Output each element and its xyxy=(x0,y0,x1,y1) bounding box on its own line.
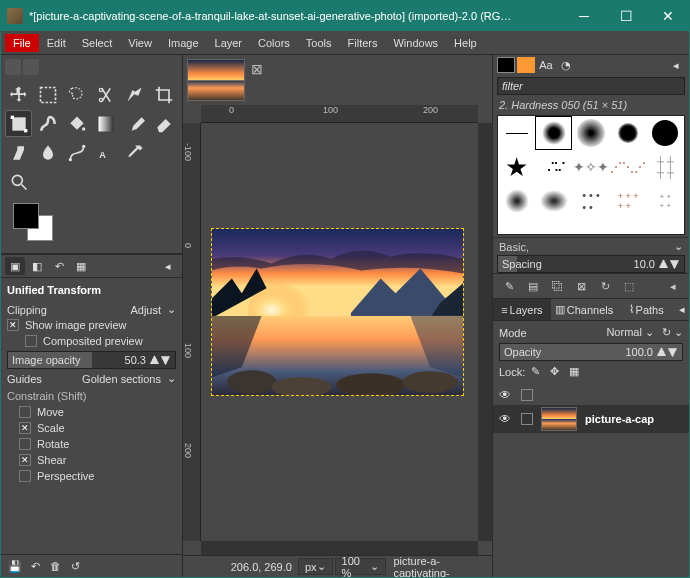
patterns-tab[interactable] xyxy=(517,57,535,73)
brushes-menu-arrow-2[interactable]: ◂ xyxy=(663,277,683,295)
fonts-tab[interactable]: Aa xyxy=(537,57,555,73)
delete-tool-preset-button[interactable]: 🗑 xyxy=(45,557,65,575)
menu-edit[interactable]: Edit xyxy=(39,34,74,52)
composited-preview-checkbox[interactable]: Composited preview xyxy=(7,333,176,349)
brush-scatter-5[interactable]: • • •• • xyxy=(572,184,609,218)
color-picker-tool[interactable] xyxy=(122,139,149,166)
status-unit-select[interactable]: px ⌄ xyxy=(298,558,333,575)
move-tool[interactable] xyxy=(5,81,32,108)
layer-row[interactable]: 👁 picture-a-cap xyxy=(493,405,689,433)
guides-select[interactable]: Golden sections⌄ xyxy=(82,372,176,385)
layer-mode-switch-button[interactable]: ↻ ⌄ xyxy=(662,326,683,339)
device-status-tab[interactable]: ◧ xyxy=(27,257,47,275)
floating-layer-visibility[interactable]: 👁 xyxy=(497,387,513,403)
brush-pixel[interactable] xyxy=(498,116,535,150)
layer-visibility-toggle[interactable]: 👁 xyxy=(497,411,513,427)
brush-scatter-7[interactable]: + ++ + xyxy=(647,184,684,218)
open-as-image-button[interactable]: ⬚ xyxy=(619,277,639,295)
refresh-brushes-button[interactable]: ↻ xyxy=(595,277,615,295)
floating-layer-link[interactable] xyxy=(521,389,533,401)
channels-tab[interactable]: ▥Channels xyxy=(551,299,617,320)
path-tool[interactable] xyxy=(63,139,90,166)
paintbrush-tool[interactable] xyxy=(122,110,149,137)
brush-smoke-2[interactable] xyxy=(535,184,572,218)
status-zoom-select[interactable]: 100 % ⌄ xyxy=(335,558,386,575)
rect-select-tool[interactable] xyxy=(34,81,61,108)
close-button[interactable]: ✕ xyxy=(647,1,689,31)
menu-select[interactable]: Select xyxy=(74,34,121,52)
layer-thumbnail[interactable] xyxy=(541,407,577,431)
menu-file[interactable]: File xyxy=(5,34,39,52)
save-tool-preset-button[interactable]: 💾 xyxy=(5,557,25,575)
duplicate-brush-button[interactable]: ⿻ xyxy=(547,277,567,295)
bucket-fill-tool[interactable] xyxy=(63,110,90,137)
menu-windows[interactable]: Windows xyxy=(385,34,446,52)
brush-spacing-slider[interactable]: Spacing 10.0 ⯅⯆ xyxy=(497,255,685,273)
layer-mode-select[interactable]: Normal ⌄ xyxy=(606,326,654,339)
constrain-move-checkbox[interactable]: Move xyxy=(7,404,176,420)
menu-view[interactable]: View xyxy=(120,34,160,52)
brush-smoke-1[interactable] xyxy=(498,184,535,218)
image-opacity-slider[interactable]: Image opacity 50.3 ⯅⯆ xyxy=(7,351,176,369)
image-tab-close[interactable]: ⊠ xyxy=(251,61,265,75)
crop-tool[interactable] xyxy=(151,81,178,108)
canvas-scrollbar-horizontal[interactable] xyxy=(201,541,478,555)
tool-options-tab[interactable]: ▣ xyxy=(5,257,25,275)
toolbox-tab-2[interactable] xyxy=(23,59,39,75)
toolbox-tab-1[interactable] xyxy=(5,59,21,75)
menu-colors[interactable]: Colors xyxy=(250,34,298,52)
undo-history-tab[interactable]: ↶ xyxy=(49,257,69,275)
paths-tab[interactable]: ⌇Paths xyxy=(617,299,675,320)
brush-scatter-2[interactable]: ✦✧✦ xyxy=(572,150,609,184)
foreground-color[interactable] xyxy=(13,203,39,229)
clipping-select[interactable]: Adjust⌄ xyxy=(130,303,176,316)
dock-menu-arrow[interactable]: ◂ xyxy=(158,257,178,275)
unified-transform-tool[interactable] xyxy=(5,110,32,137)
minimize-button[interactable]: ─ xyxy=(563,1,605,31)
brush-hardness-050[interactable] xyxy=(535,116,572,150)
layers-menu-arrow[interactable]: ◂ xyxy=(675,299,689,320)
text-tool[interactable]: A xyxy=(92,139,119,166)
constrain-scale-checkbox[interactable]: Scale xyxy=(7,420,176,436)
layer-name-label[interactable]: picture-a-cap xyxy=(585,413,685,425)
smudge-tool[interactable] xyxy=(34,139,61,166)
brushes-tab[interactable] xyxy=(497,57,515,73)
lock-alpha-button[interactable]: ▦ xyxy=(569,365,579,378)
menu-layer[interactable]: Layer xyxy=(207,34,251,52)
lock-pixels-button[interactable]: ✎ xyxy=(531,365,540,378)
constrain-perspective-checkbox[interactable]: Perspective xyxy=(7,468,176,484)
ruler-horizontal[interactable]: 0 100 200 xyxy=(201,105,478,123)
scissors-tool[interactable] xyxy=(92,81,119,108)
menu-help[interactable]: Help xyxy=(446,34,485,52)
layer-opacity-slider[interactable]: Opacity 100.0 ⯅⯆ xyxy=(499,343,683,361)
brush-filter-input[interactable]: filter xyxy=(497,77,685,95)
brush-scatter-1[interactable]: ∴∵ xyxy=(535,150,572,184)
brushes-menu-arrow[interactable]: ◂ xyxy=(667,57,685,73)
menu-filters[interactable]: Filters xyxy=(340,34,386,52)
gradient-tool[interactable] xyxy=(92,110,119,137)
brush-scatter-3[interactable]: ⋰⋱⋰ xyxy=(610,150,647,184)
constrain-shear-checkbox[interactable]: Shear xyxy=(7,452,176,468)
free-select-tool[interactable] xyxy=(63,81,90,108)
zoom-tool[interactable] xyxy=(5,168,32,195)
clone-tool[interactable] xyxy=(5,139,32,166)
constrain-rotate-checkbox[interactable]: Rotate xyxy=(7,436,176,452)
lock-position-button[interactable]: ✥ xyxy=(550,365,559,378)
measure-tool[interactable] xyxy=(151,139,178,166)
reset-tool-preset-button[interactable]: ↺ xyxy=(65,557,85,575)
fuzzy-select-tool[interactable] xyxy=(122,81,149,108)
brush-scatter-6[interactable]: + + ++ + xyxy=(610,184,647,218)
new-brush-button[interactable]: ▤ xyxy=(523,277,543,295)
maximize-button[interactable]: ☐ xyxy=(605,1,647,31)
brush-scatter-4[interactable]: ┼ ┼┼ ┼ xyxy=(647,150,684,184)
restore-tool-preset-button[interactable]: ↶ xyxy=(25,557,45,575)
brush-preset-select[interactable]: Basic, xyxy=(499,241,529,253)
canvas-scrollbar-vertical[interactable] xyxy=(478,123,492,541)
show-preview-checkbox[interactable]: Show image preview xyxy=(7,317,176,333)
document-history-tab[interactable]: ◔ xyxy=(557,57,575,73)
warp-tool[interactable] xyxy=(34,110,61,137)
ruler-vertical[interactable]: -100 0 100 200 xyxy=(183,123,201,541)
brush-soft[interactable] xyxy=(572,116,609,150)
image-tab[interactable] xyxy=(187,59,245,101)
canvas-image[interactable] xyxy=(211,228,464,396)
